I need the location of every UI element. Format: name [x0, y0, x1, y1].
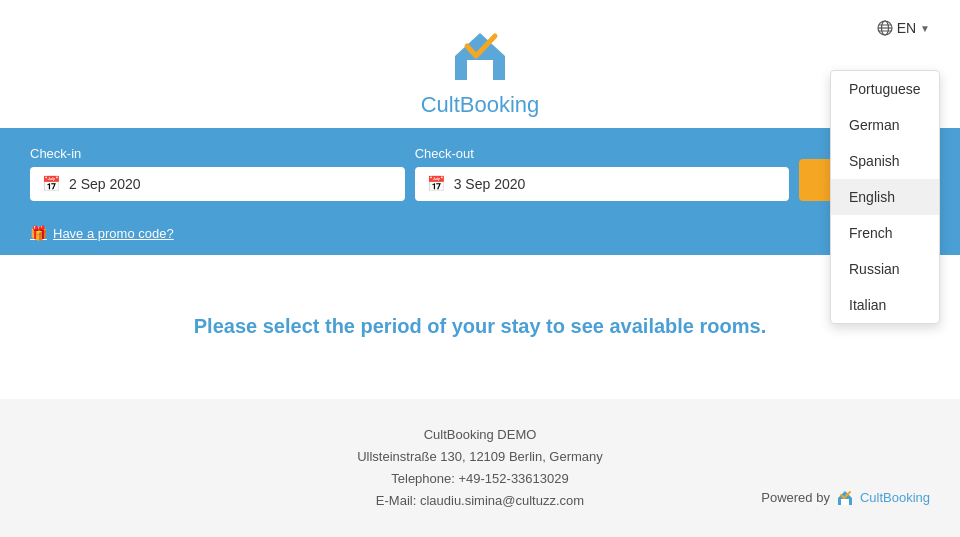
footer-company-name: CultBooking DEMO	[20, 424, 940, 446]
logo-text: CultBooking	[421, 92, 540, 118]
footer: CultBooking DEMO Ullsteinstraße 130, 121…	[0, 399, 960, 537]
checkin-input-wrap[interactable]: 📅	[30, 167, 405, 201]
footer-address: Ullsteinstraße 130, 12109 Berlin, German…	[20, 446, 940, 468]
language-label: EN	[897, 20, 916, 36]
promo-row: 🎁 Have a promo code?	[0, 219, 960, 255]
checkout-label: Check-out	[415, 146, 790, 161]
powered-by: Powered by CultBooking	[761, 487, 930, 507]
lang-option-russian[interactable]: Russian	[831, 251, 939, 287]
svg-rect-6	[841, 499, 849, 505]
checkin-input[interactable]	[69, 176, 393, 192]
checkout-input-wrap[interactable]: 📅	[415, 167, 790, 201]
promo-link-text: Have a promo code?	[53, 226, 174, 241]
main-content: Please select the period of your stay to…	[0, 255, 960, 398]
lang-option-english[interactable]: English	[831, 179, 939, 215]
cb-logo-icon	[835, 487, 855, 507]
logo-icon	[445, 18, 515, 88]
svg-rect-0	[467, 60, 493, 80]
calendar-icon-checkin: 📅	[42, 175, 61, 193]
lang-option-italian[interactable]: Italian	[831, 287, 939, 323]
search-bar: Check-in 📅 Check-out 📅 Search	[0, 128, 960, 219]
logo: CultBooking	[421, 18, 540, 118]
lang-option-german[interactable]: German	[831, 107, 939, 143]
lang-option-french[interactable]: French	[831, 215, 939, 251]
gift-icon: 🎁	[30, 225, 47, 241]
select-period-message: Please select the period of your stay to…	[20, 315, 940, 338]
checkout-group: Check-out 📅	[415, 146, 790, 201]
chevron-down-icon: ▼	[920, 23, 930, 34]
language-button[interactable]: EN ▼	[877, 20, 930, 36]
language-dropdown: Portuguese German Spanish English French…	[830, 70, 940, 324]
powered-by-brand: CultBooking	[860, 490, 930, 505]
checkin-label: Check-in	[30, 146, 405, 161]
promo-link[interactable]: 🎁 Have a promo code?	[30, 225, 930, 241]
checkout-input[interactable]	[454, 176, 778, 192]
powered-by-label: Powered by	[761, 490, 830, 505]
lang-option-portuguese[interactable]: Portuguese	[831, 71, 939, 107]
checkin-group: Check-in 📅	[30, 146, 405, 201]
globe-icon	[877, 20, 893, 36]
lang-option-spanish[interactable]: Spanish	[831, 143, 939, 179]
cultbooking-logo-small	[835, 487, 855, 507]
header: CultBooking EN ▼ Portuguese German Spani…	[0, 0, 960, 128]
calendar-icon-checkout: 📅	[427, 175, 446, 193]
